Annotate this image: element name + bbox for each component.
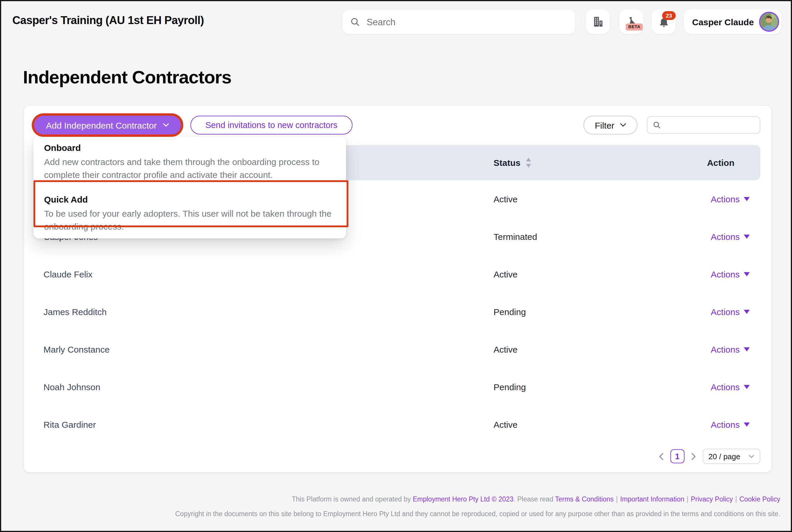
quick-add-description: To be used for your early adopters. This…: [44, 207, 335, 233]
important-information-link[interactable]: Important Information: [620, 496, 684, 502]
chevron-down-icon: [620, 123, 626, 128]
status-column-label: Status: [494, 158, 520, 168]
actions-link[interactable]: Actions: [711, 420, 750, 430]
sort-icon: [525, 158, 532, 168]
terms-link[interactable]: Terms & Conditions: [555, 496, 613, 502]
table-row: Noah Johnson Pending Actions: [24, 368, 771, 406]
next-page-icon[interactable]: [691, 452, 696, 460]
add-button-label: Add Independent Contractor: [46, 120, 157, 130]
operator-link[interactable]: Employment Hero Pty Ltd © 2023: [413, 496, 514, 502]
contractor-name: Noah Johnson: [43, 382, 100, 392]
table-row: Claude Felix Active Actions: [24, 255, 771, 293]
filter-label: Filter: [595, 120, 614, 130]
footer-copyright-line: Copyright in the documents on this site …: [36, 510, 780, 518]
page-title: Independent Contractors: [23, 67, 232, 88]
avatar: [759, 12, 779, 32]
status-value: Pending: [494, 382, 526, 392]
app-title: Casper's Training (AU 1st EH Payroll): [12, 14, 204, 27]
caret-down-icon: [744, 385, 750, 389]
contractor-name: Rita Gardiner: [43, 420, 96, 430]
table-search[interactable]: [647, 116, 760, 134]
footer-legal-line: This Platform is owned and operated by E…: [36, 495, 780, 504]
actions-label: Actions: [711, 382, 740, 392]
user-name: Casper Claude: [692, 17, 754, 27]
pagination: 1 20 / page: [659, 449, 760, 464]
notifications-button[interactable]: 23: [651, 10, 676, 34]
chevron-down-icon: [163, 123, 169, 128]
actions-label: Actions: [711, 269, 740, 279]
send-invitations-label: Send invitations to new contractors: [205, 120, 337, 130]
global-search-input[interactable]: [366, 16, 568, 28]
separator: |: [687, 496, 688, 502]
current-page-button[interactable]: 1: [670, 449, 684, 463]
beta-badge: BETA: [626, 23, 643, 31]
caret-down-icon: [744, 272, 750, 276]
table-search-input[interactable]: [664, 120, 754, 130]
add-independent-contractor-button[interactable]: Add Independent Contractor: [34, 116, 181, 134]
actions-link[interactable]: Actions: [711, 344, 750, 354]
app-window: Casper's Training (AU 1st EH Payroll): [0, 0, 792, 532]
status-value: Active: [494, 194, 518, 204]
status-value: Pending: [494, 307, 526, 317]
onboard-title: Onboard: [44, 143, 335, 153]
actions-label: Actions: [711, 344, 740, 354]
footer: This Platform is owned and operated by E…: [36, 495, 780, 518]
status-value: Active: [494, 344, 518, 354]
page-size-label: 20 / page: [708, 452, 740, 461]
actions-link[interactable]: Actions: [711, 194, 750, 204]
global-search[interactable]: [343, 10, 575, 34]
contractor-name: James Redditch: [43, 307, 107, 317]
actions-link[interactable]: Actions: [711, 382, 750, 392]
filter-button[interactable]: Filter: [584, 116, 638, 134]
contractor-name: Claude Felix: [43, 269, 93, 279]
actions-link[interactable]: Actions: [711, 307, 750, 317]
status-value: Active: [494, 269, 518, 279]
cookie-policy-link[interactable]: Cookie Policy: [739, 496, 780, 502]
caret-down-icon: [744, 197, 750, 201]
table-row: Rita Gardiner Active Actions: [24, 406, 771, 443]
status-value: Active: [494, 420, 518, 430]
actions-label: Actions: [711, 307, 740, 317]
dropdown-item-onboard[interactable]: Onboard Add new contractors and take the…: [34, 137, 346, 187]
actions-label: Actions: [711, 194, 740, 204]
organisation-button[interactable]: [586, 10, 610, 34]
contractors-card: Add Independent Contractor Send invitati…: [23, 105, 772, 473]
caret-down-icon: [744, 422, 750, 426]
building-icon: [591, 15, 604, 28]
caret-down-icon: [744, 310, 750, 314]
search-icon: [653, 121, 661, 129]
quick-add-title: Quick Add: [44, 194, 335, 204]
page-size-select[interactable]: 20 / page: [703, 449, 760, 464]
actions-label: Actions: [711, 420, 740, 430]
caret-down-icon: [744, 347, 750, 352]
caret-down-icon: [744, 234, 750, 239]
footer-text: This Platform is owned and operated by: [292, 496, 413, 502]
onboard-description: Add new contractors and take them throug…: [44, 156, 335, 182]
notification-count-badge: 23: [662, 11, 676, 20]
send-invitations-button[interactable]: Send invitations to new contractors: [190, 116, 352, 134]
contractor-name: Marly Constance: [43, 344, 110, 354]
column-header-status[interactable]: Status: [494, 158, 532, 168]
column-header-action: Action: [707, 158, 734, 168]
add-contractor-dropdown: Onboard Add new contractors and take the…: [34, 137, 346, 239]
status-value: Terminated: [494, 232, 537, 242]
table-row: Marly Constance Active Actions: [24, 330, 771, 368]
chevron-down-icon: [749, 454, 754, 458]
actions-link[interactable]: Actions: [711, 269, 750, 279]
table-row: James Redditch Pending Actions: [24, 293, 771, 330]
separator: |: [616, 496, 618, 502]
actions-link[interactable]: Actions: [711, 232, 750, 242]
previous-page-icon[interactable]: [659, 452, 664, 460]
actions-label: Actions: [711, 232, 740, 242]
dropdown-item-quick-add[interactable]: Quick Add To be used for your early adop…: [34, 187, 346, 239]
beta-features-button[interactable]: BETA: [619, 10, 643, 34]
search-icon: [350, 17, 360, 27]
separator: |: [735, 496, 737, 502]
footer-text: . Please read: [514, 496, 555, 502]
privacy-policy-link[interactable]: Privacy Policy: [691, 496, 733, 502]
user-menu[interactable]: Casper Claude: [684, 10, 781, 34]
